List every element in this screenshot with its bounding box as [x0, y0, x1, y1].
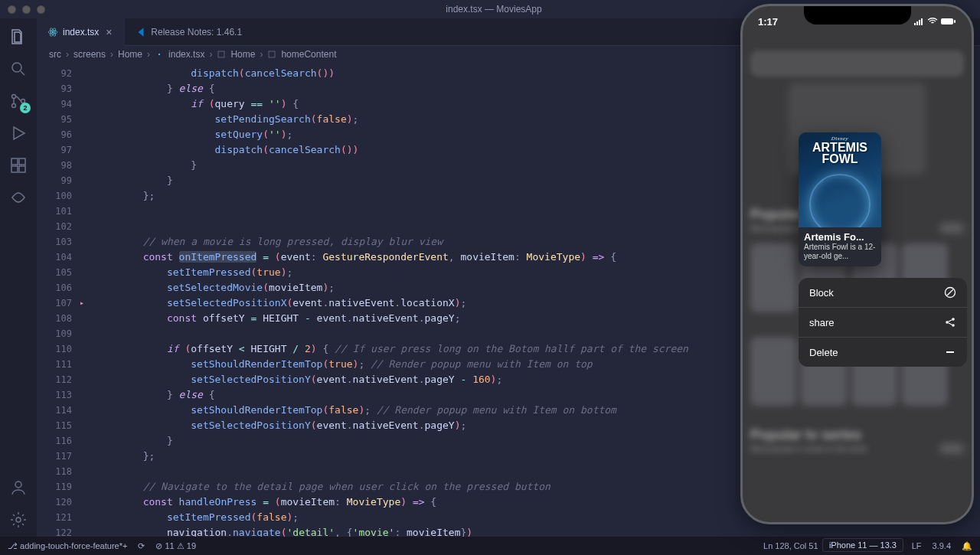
studio-label: Disney	[831, 135, 848, 142]
bc-segment[interactable]: src	[49, 49, 61, 60]
svg-rect-22	[941, 18, 953, 24]
svg-point-11	[52, 31, 54, 32]
movie-title: Artemis Fo...	[804, 231, 876, 243]
svg-point-10	[16, 517, 21, 522]
svg-line-1	[21, 71, 24, 75]
more-link[interactable]: MORE	[941, 445, 964, 453]
sync-icon[interactable]: ⟳	[138, 541, 145, 551]
window-title: index.tsx — MoviesApp	[446, 4, 541, 15]
svg-rect-5	[11, 158, 18, 165]
svg-point-15	[158, 54, 160, 55]
svg-point-26	[946, 321, 949, 324]
share-icon	[944, 316, 956, 328]
svg-rect-20	[919, 20, 920, 25]
menu-item-block[interactable]: Block	[799, 278, 967, 308]
extensions-icon[interactable]	[9, 156, 28, 175]
section-sub: Most popular tv series in the world	[750, 445, 867, 453]
window-controls[interactable]	[8, 5, 45, 14]
svg-line-30	[949, 323, 952, 325]
activity-bar: 2	[0, 18, 37, 537]
react-file-icon	[47, 27, 58, 38]
context-menu: Block share Delete	[799, 278, 967, 367]
signal-icon	[914, 18, 925, 25]
settings-gear-icon[interactable]	[9, 511, 28, 529]
tab-label: index.tsx	[63, 27, 99, 38]
eol[interactable]: LF	[912, 541, 922, 550]
ios-search-field[interactable]	[750, 51, 964, 77]
movie-description: Artemis Fowl is a 12-year-old ge...	[804, 243, 876, 261]
tab-release-notes[interactable]: Release Notes: 1.46.1	[125, 18, 253, 46]
symbol-icon	[217, 50, 226, 59]
close-tab-icon[interactable]: ×	[103, 27, 114, 38]
more-link[interactable]: MORE	[941, 224, 964, 233]
svg-rect-8	[19, 158, 25, 165]
block-icon	[944, 286, 956, 299]
menu-label: Block	[809, 287, 834, 299]
svg-line-29	[949, 320, 952, 322]
svg-rect-6	[11, 166, 18, 172]
menu-label: share	[809, 317, 835, 328]
symbol-icon	[267, 50, 276, 59]
battery-icon	[941, 18, 956, 25]
svg-point-0	[12, 63, 21, 72]
menu-item-delete[interactable]: Delete	[799, 338, 967, 367]
share-icon[interactable]	[9, 188, 28, 207]
svg-rect-23	[954, 20, 956, 23]
section-title: Popular tv series	[743, 426, 972, 445]
git-branch[interactable]: ⎇ adding-touch-force-feature*+	[8, 541, 127, 551]
line-gutter: 9293949596979899100101102103104105106107…	[37, 63, 80, 537]
menu-label: Delete	[809, 347, 838, 358]
ios-indicators	[914, 16, 956, 28]
bc-segment[interactable]: screens	[74, 49, 106, 60]
svg-rect-21	[921, 18, 923, 25]
menu-item-share[interactable]: share	[799, 308, 967, 338]
bc-segment[interactable]: homeContent	[281, 49, 336, 60]
svg-rect-17	[269, 51, 275, 57]
explorer-icon[interactable]	[9, 28, 28, 46]
svg-rect-16	[218, 51, 224, 57]
problems[interactable]: ⊘ 11 ⚠ 19	[155, 541, 196, 551]
maximize-window-button[interactable]	[37, 5, 45, 14]
svg-point-28	[952, 324, 955, 327]
bc-segment[interactable]: index.tsx	[168, 49, 204, 60]
bc-segment[interactable]: Home	[118, 49, 142, 60]
ios-time: 1:17	[758, 16, 778, 28]
svg-line-25	[947, 289, 953, 295]
react-file-icon	[155, 50, 164, 59]
breakpoint-hint-icon: ▸	[80, 295, 84, 311]
svg-point-9	[15, 482, 21, 488]
language-mode[interactable]: 3.9.4	[933, 541, 951, 550]
wifi-icon	[927, 18, 938, 25]
svg-rect-19	[916, 21, 918, 25]
close-window-button[interactable]	[8, 5, 16, 14]
scm-badge: 2	[20, 103, 31, 113]
svg-point-2	[12, 95, 16, 99]
minimize-window-button[interactable]	[22, 5, 31, 14]
minus-icon	[944, 346, 956, 358]
accounts-icon[interactable]	[9, 478, 28, 497]
poster-title: ARTEMIS FOWL	[812, 142, 867, 165]
source-control-icon[interactable]: 2	[9, 92, 28, 110]
movie-poster: Disney ARTEMIS FOWL	[799, 132, 881, 227]
cursor-position[interactable]: Ln 128, Col 51	[763, 541, 818, 550]
vscode-file-icon	[136, 27, 146, 38]
svg-rect-18	[914, 23, 916, 25]
notifications-icon[interactable]: 🔔	[962, 541, 972, 551]
svg-rect-7	[19, 166, 25, 172]
movie-preview-card[interactable]: Disney ARTEMIS FOWL Artemis Fo... Artemi…	[799, 132, 881, 266]
simulator-device-label[interactable]: iPhone 11 — 13.3	[822, 538, 903, 552]
run-debug-icon[interactable]	[9, 124, 28, 142]
svg-point-27	[952, 318, 955, 321]
svg-point-3	[12, 104, 16, 108]
search-icon[interactable]	[9, 60, 28, 78]
ios-simulator: 1:17 Popular Movies Most popular movies …	[740, 4, 974, 524]
bc-segment[interactable]: Home	[230, 49, 255, 60]
device-notch	[804, 6, 911, 24]
tab-label: Release Notes: 1.46.1	[151, 27, 242, 38]
tab-index-tsx[interactable]: index.tsx ×	[37, 18, 125, 46]
